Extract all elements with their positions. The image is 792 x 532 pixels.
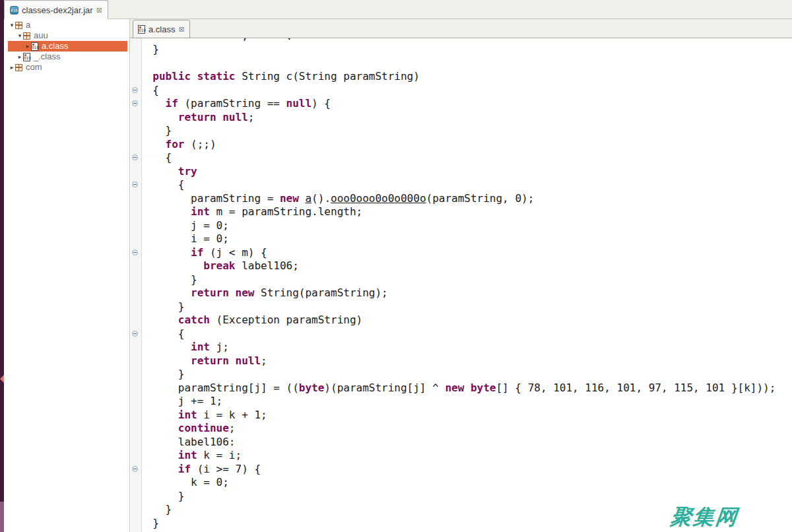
code-line: k = 0; [140,476,776,490]
code-line: try [140,165,776,179]
code-line: } [140,368,776,382]
fold-rail [131,38,142,532]
code-line: if (paramString == null) { [140,97,776,111]
fold-collapse-icon[interactable] [132,100,138,106]
close-icon[interactable]: ⊠ [96,7,102,14]
code-line: if (i >= 7) { [140,463,776,477]
code-link[interactable]: ooo0ooo0o0o000o [331,192,426,205]
code-line: { [140,151,776,165]
package-tree: ▾a▾auu▸010a.class▸010_.class▸com [4,19,129,532]
tree-item-label: _.class [34,51,60,62]
tab-classes-dex2jar-jar[interactable]: 010 classes-dex2jar.jar ⊠ [4,0,108,19]
code-line: j += 1; [140,395,776,409]
code-line: j = 0; [140,219,776,233]
tree-item--class[interactable]: ▸010_.class [4,51,129,62]
code-line: public static String c(String paramStrin… [140,70,776,84]
tree-item-label: com [26,62,42,73]
fold-collapse-icon[interactable] [132,87,138,93]
code-line: break label106; [140,259,776,273]
chevron-right-icon[interactable]: ▸ [24,41,31,51]
fold-collapse-icon[interactable] [132,182,138,187]
code-line: return new String(paramString); [140,286,776,300]
code-line: for (;;) [140,138,776,152]
package-icon [23,32,30,40]
chevron-right-icon[interactable]: ▸ [9,62,15,73]
code-line: if (j < m) { [140,246,776,260]
code-line: return null; [140,354,776,368]
chevron-down-icon[interactable]: ▾ [16,30,23,41]
code-line: int m = paramString.length; [140,205,776,219]
chevron-down-icon[interactable]: ▾ [9,20,15,30]
tree-item-label: auu [34,30,48,41]
close-icon[interactable]: ⊠ [178,26,184,33]
decompiler-window: 010 classes-dex2jar.jar ⊠ ▾a▾auu▸010a.cl… [0,0,792,532]
code-line: int j; [140,341,776,354]
code-line: catch (Exception paramString) [140,314,776,327]
package-icon [15,22,22,29]
code-line: paramString = new a().ooo0ooo0o0o000o(pa… [140,192,776,206]
fold-collapse-icon[interactable] [132,249,138,255]
tree-item-a-class[interactable]: ▸010a.class [8,41,127,51]
code-line: label106: [140,436,776,449]
code-line: return null; [140,111,776,125]
editor-tab-bar: 010 a.class ⊠ [130,19,792,38]
code-line: } [140,273,776,287]
tree-item-auu[interactable]: ▾auu [4,30,129,41]
tree-item-label: a [26,20,30,30]
code-line: } [140,43,776,57]
code-line [140,57,776,71]
fold-collapse-icon[interactable] [132,331,138,337]
tree-item-label: a.class [42,41,68,51]
code-line: i = 0; [140,232,776,246]
code-line: int k = i; [140,449,776,463]
jar-tab-bar: 010 classes-dex2jar.jar ⊠ [4,0,792,19]
code-line: paramString[j] = ((byte)(paramString[j] … [140,382,776,395]
class-file-icon: 010 [138,25,145,34]
code-line: { [140,84,776,98]
package-icon [15,64,22,71]
fold-collapse-icon[interactable] [132,154,138,160]
tab-a-class[interactable]: 010 a.class ⊠ [133,20,190,38]
editor-panel: 010 a.class ⊠ , . } public static String… [129,19,792,532]
tree-item-a[interactable]: ▾a [4,20,129,30]
code-line: int i = k + 1; [140,409,776,422]
code-line: continue; [140,422,776,436]
class-file-icon: 010 [23,53,30,61]
fold-collapse-icon[interactable] [132,466,138,472]
code-line: } [140,503,776,517]
jar-tab-label: classes-dex2jar.jar [22,5,93,15]
code-line: } [140,517,776,531]
class-file-icon: 010 [31,42,38,51]
code-line: } [140,300,776,314]
code-area[interactable]: , . } public static String c(String para… [140,30,776,531]
code-line: { [140,327,776,341]
tree-item-com[interactable]: ▸com [4,62,129,73]
editor-tab-label: a.class [148,24,175,34]
code-link[interactable]: a [305,192,312,205]
chevron-right-icon[interactable]: ▸ [16,51,23,62]
jar-icon: 010 [10,6,18,15]
code-line: } [140,124,776,138]
code-line: { [140,178,776,192]
code-line: } [140,490,776,504]
